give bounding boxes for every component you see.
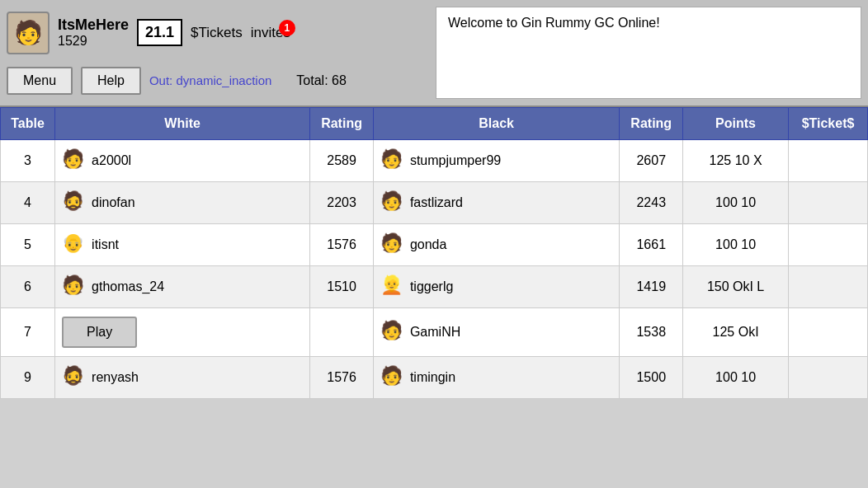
col-header-rating1: Rating xyxy=(310,108,374,140)
cell-black: 🧑stumpjumper99 xyxy=(373,140,619,182)
black-avatar-icon: 🧑 xyxy=(380,190,405,215)
invites-badge[interactable]: 1 xyxy=(279,20,295,36)
table-row: 4🧔dinofan2203🧑fastlizard2243100 10 xyxy=(1,182,868,224)
cell-tickets xyxy=(789,224,868,266)
table-row: 3🧑a2000l2589🧑stumpjumper992607125 10 X xyxy=(1,140,868,182)
white-avatar-icon: 👴 xyxy=(62,232,87,257)
cell-tickets xyxy=(789,308,868,357)
cell-tickets xyxy=(789,182,868,224)
tickets-value: 21.1 xyxy=(137,19,182,46)
table-header: Table White Rating Black Rating Points $… xyxy=(1,108,868,140)
black-avatar-icon: 🧑 xyxy=(380,365,405,390)
cell-points: 125 OkI xyxy=(683,308,789,357)
cell-black-rating: 1500 xyxy=(620,357,683,399)
cell-black-rating: 2243 xyxy=(620,182,683,224)
black-name: timingin xyxy=(410,370,455,385)
black-name: GamiNH xyxy=(410,325,460,340)
cell-table-num: 3 xyxy=(1,140,55,182)
cell-white[interactable]: Play xyxy=(55,308,310,357)
white-player-cell: 🧔dinofan xyxy=(62,190,303,215)
cell-black: 🧑gonda xyxy=(373,224,619,266)
col-header-points: Points xyxy=(683,108,789,140)
cell-black: 👱tiggerlg xyxy=(373,266,619,308)
cell-table-num: 6 xyxy=(1,266,55,308)
bottom-row: Menu Help Out: dynamic_inaction Total: 6… xyxy=(7,67,422,95)
cell-black: 🧑GamiNH xyxy=(373,308,619,357)
table-row: 6🧑gthomas_241510👱tiggerlg1419150 OkI L xyxy=(1,266,868,308)
black-name: tiggerlg xyxy=(410,279,453,294)
white-player-cell: 👴itisnt xyxy=(62,232,303,257)
cell-white: 🧑a2000l xyxy=(55,140,310,182)
cell-table-num: 7 xyxy=(1,308,55,357)
col-header-table: Table xyxy=(1,108,55,140)
cell-points: 150 OkI L xyxy=(683,266,789,308)
game-table: Table White Rating Black Rating Points $… xyxy=(0,107,868,399)
cell-white: 🧑gthomas_24 xyxy=(55,266,310,308)
white-player-cell: 🧑gthomas_24 xyxy=(62,274,303,299)
out-status: Out: dynamic_inaction xyxy=(149,73,271,87)
cell-white-rating xyxy=(310,308,374,357)
cell-points: 100 10 xyxy=(683,224,789,266)
top-row: 🧑 ItsMeHere 1529 21.1 $Tickets invites 1 xyxy=(7,12,422,54)
white-avatar-icon: 🧑 xyxy=(62,148,87,173)
black-name: stumpjumper99 xyxy=(410,153,501,168)
white-avatar-icon: 🧔 xyxy=(62,190,87,215)
col-header-white: White xyxy=(55,108,310,140)
black-name: gonda xyxy=(410,237,447,252)
header: 🧑 ItsMeHere 1529 21.1 $Tickets invites 1… xyxy=(0,0,868,107)
black-name: fastlizard xyxy=(410,195,463,210)
white-avatar-icon: 🧑 xyxy=(62,274,87,299)
black-avatar-icon: 👱 xyxy=(380,274,405,299)
cell-black: 🧑fastlizard xyxy=(373,182,619,224)
cell-black-rating: 2607 xyxy=(620,140,683,182)
cell-black: 🧑timingin xyxy=(373,357,619,399)
username: ItsMeHere xyxy=(58,16,129,34)
cell-tickets xyxy=(789,140,868,182)
cell-white-rating: 1510 xyxy=(310,266,374,308)
white-avatar-icon: 🧔 xyxy=(62,365,87,390)
total-label: Total: 68 xyxy=(296,73,346,88)
table-body: 3🧑a2000l2589🧑stumpjumper992607125 10 X4🧔… xyxy=(1,140,868,399)
black-player-cell: 👱tiggerlg xyxy=(380,274,612,299)
user-rating: 1529 xyxy=(58,34,129,49)
cell-white: 🧔dinofan xyxy=(55,182,310,224)
black-avatar-icon: 🧑 xyxy=(380,232,405,257)
white-player-cell: 🧑a2000l xyxy=(62,148,303,173)
black-player-cell: 🧑fastlizard xyxy=(380,190,612,215)
black-avatar-icon: 🧑 xyxy=(380,320,405,345)
white-name: renyash xyxy=(92,370,139,385)
cell-black-rating: 1661 xyxy=(620,224,683,266)
help-button[interactable]: Help xyxy=(81,67,141,95)
white-name: itisnt xyxy=(92,237,119,252)
cell-table-num: 4 xyxy=(1,182,55,224)
username-block: ItsMeHere 1529 xyxy=(58,16,129,49)
black-player-cell: 🧑GamiNH xyxy=(380,320,612,345)
table-row: 9🧔renyash1576🧑timingin1500100 10 xyxy=(1,357,868,399)
cell-points: 100 10 xyxy=(683,182,789,224)
play-button[interactable]: Play xyxy=(62,317,137,348)
white-player-cell: 🧔renyash xyxy=(62,365,303,390)
welcome-box: Welcome to Gin Rummy GC Online! xyxy=(436,7,861,99)
black-avatar-icon: 🧑 xyxy=(380,148,405,173)
cell-tickets xyxy=(789,357,868,399)
cell-table-num: 9 xyxy=(1,357,55,399)
header-left: 🧑 ItsMeHere 1529 21.1 $Tickets invites 1… xyxy=(0,0,429,106)
tickets-label: $Tickets xyxy=(191,25,243,41)
black-player-cell: 🧑timingin xyxy=(380,365,612,390)
cell-white-rating: 1576 xyxy=(310,224,374,266)
cell-points: 100 10 xyxy=(683,357,789,399)
cell-white: 👴itisnt xyxy=(55,224,310,266)
table-row: 5👴itisnt1576🧑gonda1661100 10 xyxy=(1,224,868,266)
black-player-cell: 🧑gonda xyxy=(380,232,612,257)
cell-black-rating: 1538 xyxy=(620,308,683,357)
avatar: 🧑 xyxy=(7,12,50,54)
black-player-cell: 🧑stumpjumper99 xyxy=(380,148,612,173)
col-header-rating2: Rating xyxy=(620,108,683,140)
table-row: 7Play🧑GamiNH1538125 OkI xyxy=(1,308,868,357)
cell-white-rating: 1576 xyxy=(310,357,374,399)
cell-points: 125 10 X xyxy=(683,140,789,182)
cell-black-rating: 1419 xyxy=(620,266,683,308)
menu-button[interactable]: Menu xyxy=(7,67,73,95)
white-name: gthomas_24 xyxy=(92,279,164,294)
cell-white: 🧔renyash xyxy=(55,357,310,399)
